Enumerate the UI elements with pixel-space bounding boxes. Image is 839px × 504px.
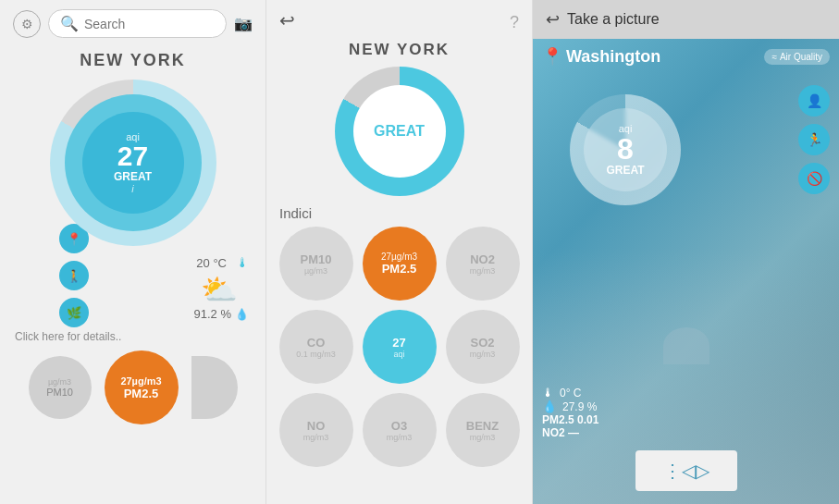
washington-city-label: 📍 Washington	[542, 46, 660, 67]
outdoor-icon-btn[interactable]: 🏃	[798, 124, 830, 155]
camera-icon[interactable]: 📷	[234, 15, 253, 32]
pm10-grid-label: PM10	[301, 252, 332, 266]
wash-aqi-status: GREAT	[606, 164, 644, 177]
wash-aqi-label: aqi	[619, 123, 633, 134]
panel-new-york-detail: ↩ ? NEW YORK GREAT Indici PM10 µg/m3 27µ…	[266, 0, 533, 504]
take-picture-label: Take a picture	[567, 11, 660, 28]
washington-card: 📍 Washington ≈ Air Quality aqi 8 GREAT	[533, 39, 839, 504]
bottom-circles-p1: µg/m3 PM10 27µg/m3 PM2.5	[29, 350, 238, 424]
benz-grid-circle[interactable]: BENZ mg/m3	[446, 393, 520, 467]
no2-grid-label: NO2	[470, 252, 495, 266]
pm25-grid-val: 27µg/m3	[381, 252, 417, 262]
right-icons-washington: 👤 🏃 🚫	[798, 85, 830, 194]
search-icon: 🔍	[60, 15, 79, 32]
no-grid-circle[interactable]: NO mg/m3	[279, 393, 353, 467]
share-area: ⋮◁▷	[635, 450, 737, 491]
o3-grid-label: O3	[391, 419, 407, 433]
pm10-sub: µg/m3	[48, 377, 71, 387]
aqi27-grid-sub: aqi	[393, 350, 404, 359]
humidity-icon-w: 💧	[542, 400, 557, 413]
no-grid-sub: mg/m3	[303, 433, 329, 442]
wash-no2-value: NO2 —	[542, 426, 579, 439]
droplet-icon: 💧	[235, 308, 249, 321]
city-name-p2: NEW YORK	[349, 41, 450, 59]
pm10-circle[interactable]: µg/m3 PM10	[29, 356, 92, 419]
thermometer-icon: 🌡	[236, 255, 249, 270]
aqi-info-p1: i	[131, 183, 133, 194]
washington-content: 📍 Washington ≈ Air Quality aqi 8 GREAT	[533, 39, 839, 504]
wash-pm25-row: PM2.5 0.01	[542, 413, 598, 426]
so2-grid-sub: mg/m3	[470, 350, 496, 359]
click-details-label[interactable]: Click here for details..	[0, 330, 121, 343]
partial-circle	[191, 356, 238, 419]
o3-grid-circle[interactable]: O3 mg/m3	[363, 393, 437, 467]
washington-donut-outer: aqi 8 GREAT	[570, 94, 681, 205]
pm10-label: PM10	[46, 387, 73, 398]
wash-aqi-number: 8	[617, 134, 634, 164]
aqi-number-p1: 27	[117, 142, 148, 170]
pm10-grid-sub: µg/m3	[304, 266, 327, 276]
washington-weather: 🌡 0° C 💧 27.9 % PM2.5 0.01 NO2 —	[542, 386, 598, 439]
so2-grid-label: SO2	[470, 336, 494, 350]
pm25-label: PM2.5	[124, 387, 159, 400]
no2-grid-circle[interactable]: NO2 mg/m3	[446, 227, 520, 301]
gear-button[interactable]: ⚙	[13, 10, 41, 38]
search-bar[interactable]: 🔍	[48, 9, 227, 38]
wash-temp-row: 🌡 0° C	[542, 386, 598, 400]
pm25-circle[interactable]: 27µg/m3 PM2.5	[105, 350, 179, 424]
pm25-val: 27µg/m3	[120, 375, 161, 387]
washington-city-text: Washington	[566, 47, 660, 67]
pm25-grid-circle[interactable]: 27µg/m3 PM2.5	[363, 227, 437, 301]
humidity-value-p1: 91.2 %	[194, 307, 231, 321]
no-activity-icon-btn[interactable]: 🚫	[798, 163, 830, 194]
wash-temp-value: 0° C	[560, 387, 581, 400]
o3-grid-sub: mg/m3	[387, 433, 413, 442]
no2-grid-sub: mg/m3	[470, 266, 496, 276]
indici-grid: PM10 µg/m3 27µg/m3 PM2.5 NO2 mg/m3 CO 0.…	[266, 227, 533, 467]
panel-new-york-main: ⚙ 🔍 📷 NEW YORK 📍 🚶 🌿 aqi 27 GREAT i 2	[0, 0, 266, 504]
so2-grid-circle[interactable]: SO2 mg/m3	[446, 310, 520, 384]
co-grid-sub: 0.1 mg/m3	[296, 350, 336, 359]
co-grid-circle[interactable]: CO 0.1 mg/m3	[279, 310, 353, 384]
no-grid-label: NO	[307, 419, 326, 433]
panel3-header: ↩ Take a picture	[533, 0, 839, 39]
aqi-donut-p2: GREAT	[335, 67, 464, 196]
wash-no2-row: NO2 —	[542, 426, 598, 439]
panel2-header: ↩	[266, 0, 532, 41]
help-button-p2[interactable]: ?	[510, 13, 519, 32]
air-quality-badge: ≈ Air Quality	[764, 49, 830, 65]
search-input[interactable]	[84, 17, 215, 31]
air-quality-icon: ≈	[771, 52, 777, 62]
pm10-grid-circle[interactable]: PM10 µg/m3	[279, 227, 353, 301]
share-button[interactable]: ⋮◁▷	[663, 460, 709, 482]
aqi-label-p1: aqi	[126, 131, 140, 142]
donut2-label: GREAT	[374, 123, 425, 140]
panel1-header: ⚙ 🔍 📷	[0, 0, 265, 47]
location-icon-w: 📍	[542, 46, 562, 67]
benz-grid-sub: mg/m3	[470, 433, 496, 442]
city-name-panel1: NEW YORK	[80, 51, 186, 70]
temp-label-p1: 20 °C	[196, 256, 227, 270]
indici-label: Indici	[266, 205, 312, 221]
benz-grid-label: BENZ	[466, 419, 499, 433]
leaf-icon-btn[interactable]: 🌿	[59, 298, 89, 327]
washington-aqi-area: aqi 8 GREAT	[570, 94, 830, 205]
wash-pm25-value: PM2.5 0.01	[542, 413, 598, 426]
wash-humidity-value: 27.9 %	[562, 400, 597, 413]
aqi27-grid-num: 27	[392, 336, 405, 350]
aqi27-grid-circle[interactable]: 27 aqi	[363, 310, 437, 384]
back-button-p2[interactable]: ↩	[279, 9, 295, 31]
left-icons-panel1: 📍 🚶 🌿	[59, 224, 89, 327]
washington-donut-inner: aqi 8 GREAT	[584, 108, 667, 191]
walk-icon-btn[interactable]: 🚶	[59, 261, 89, 290]
back-button-p3[interactable]: ↩	[546, 9, 560, 30]
person-icon-btn[interactable]: 👤	[798, 85, 830, 117]
temp-icon-w: 🌡	[542, 386, 554, 400]
aqi-donut-panel1: aqi 27 GREAT i	[50, 80, 216, 246]
washington-top-row: 📍 Washington ≈ Air Quality	[542, 46, 830, 67]
wash-humidity-row: 💧 27.9 %	[542, 400, 598, 413]
aqi-status-p1: GREAT	[114, 170, 152, 183]
pm25-grid-label: PM2.5	[382, 262, 417, 276]
panel-washington: ↩ Take a picture 📍 Washington ≈ Air Qual…	[533, 0, 839, 504]
co-grid-label: CO	[307, 336, 326, 350]
